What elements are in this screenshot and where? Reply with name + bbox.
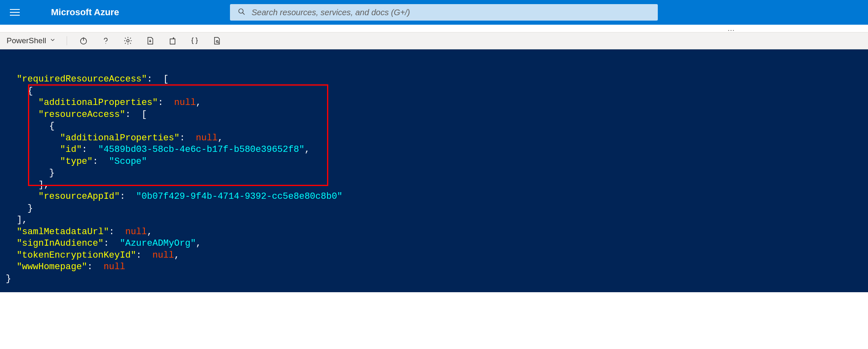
terminal-line: ], bbox=[6, 179, 862, 191]
global-search[interactable] bbox=[230, 4, 658, 21]
terminal-line: "wwwHomepage": null bbox=[6, 261, 862, 273]
terminal-line: "resourceAccess": [ bbox=[6, 109, 862, 121]
terminal-line: "signInAudience": "AzureADMyOrg", bbox=[6, 238, 862, 250]
download-file-icon[interactable] bbox=[144, 35, 156, 47]
terminal-line: "additionalProperties": null, bbox=[6, 133, 862, 144]
svg-line-1 bbox=[243, 12, 245, 14]
search-input[interactable] bbox=[251, 8, 650, 17]
terminal-line: "additionalProperties": null, bbox=[6, 97, 862, 109]
hamburger-menu-icon[interactable] bbox=[7, 7, 22, 18]
terminal-line: "type": "Scope" bbox=[6, 156, 862, 168]
svg-line-9 bbox=[218, 42, 219, 43]
cloudshell-toolbar: PowerShell bbox=[0, 32, 868, 49]
svg-point-0 bbox=[239, 9, 244, 13]
svg-point-8 bbox=[216, 41, 218, 43]
terminal-line: "id": "4589bd03-58cb-4e6c-b17f-b580e3965… bbox=[6, 144, 862, 156]
shell-selector-label: PowerShell bbox=[7, 36, 46, 45]
overflow-dots[interactable]: … bbox=[0, 25, 868, 32]
terminal-line: { bbox=[6, 121, 862, 133]
help-icon[interactable] bbox=[100, 35, 111, 47]
brand-title: Microsoft Azure bbox=[51, 7, 119, 18]
search-icon bbox=[237, 7, 246, 18]
terminal-line: ], bbox=[6, 214, 862, 226]
braces-icon[interactable] bbox=[189, 35, 200, 47]
svg-point-4 bbox=[105, 43, 106, 44]
file-preview-icon[interactable] bbox=[211, 35, 223, 47]
terminal-line: "resourceAppId": "0b07f429-9f4b-4714-939… bbox=[6, 191, 862, 203]
terminal-line: { bbox=[6, 86, 862, 98]
terminal-line: "samlMetadataUrl": null, bbox=[6, 226, 862, 238]
power-icon[interactable] bbox=[78, 35, 89, 47]
svg-point-5 bbox=[127, 40, 129, 42]
shell-selector[interactable]: PowerShell bbox=[7, 36, 56, 45]
cloudshell-terminal[interactable]: "requiredResourceAccess": [ { "additiona… bbox=[0, 49, 868, 292]
azure-header: Microsoft Azure bbox=[0, 0, 868, 25]
upload-file-icon[interactable] bbox=[167, 35, 178, 47]
terminal-line: } bbox=[6, 168, 862, 179]
terminal-line: } bbox=[6, 273, 862, 285]
terminal-line: } bbox=[6, 203, 862, 215]
terminal-line: "requiredResourceAccess": [ bbox=[6, 74, 862, 86]
toolbar-divider bbox=[67, 36, 67, 45]
chevron-down-icon bbox=[49, 36, 56, 45]
gear-icon[interactable] bbox=[122, 35, 134, 47]
terminal-line: "tokenEncryptionKeyId": null, bbox=[6, 250, 862, 262]
